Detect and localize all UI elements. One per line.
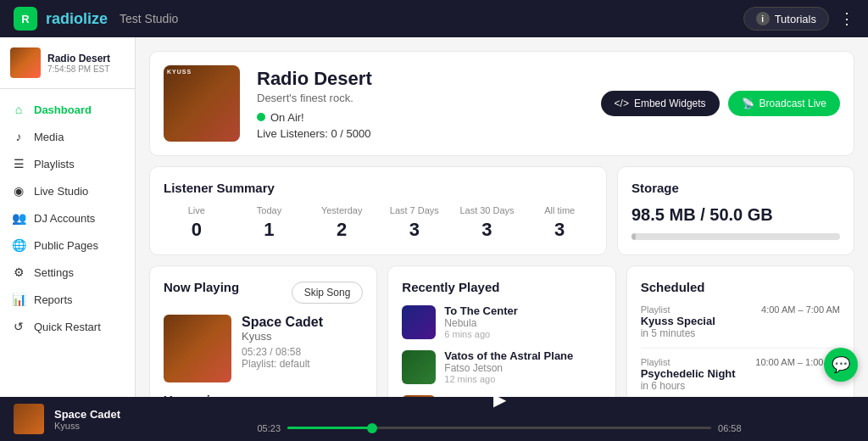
listener-grid: Live0Today1Yesterday2Last 7 Days3Last 30… (164, 205, 593, 241)
progress-bar[interactable] (287, 427, 711, 429)
sched-name-1: Psychedelic Night (641, 367, 840, 380)
station-actions: </> Embed Widgets 📡 Broadcast Live (601, 91, 840, 116)
sidebar-label-settings: Settings (34, 266, 74, 279)
studio-name: Test Studio (120, 12, 178, 25)
sidebar-item-settings[interactable]: ⚙Settings (0, 259, 135, 286)
progress-area: 05:23 06:58 (144, 423, 854, 433)
playlists-icon: ☰ (12, 157, 25, 170)
now-playing-content: Space Cadet Kyuss 05:23 / 08:58 Playlist… (164, 315, 363, 382)
sidebar-label-media: Media (34, 131, 64, 143)
sidebar-item-dj-accounts[interactable]: 👥DJ Accounts (0, 204, 135, 232)
station-details: Radio Desert Desert's finest rock. On Ai… (257, 68, 584, 140)
rp-info-1: Vatos of the Astral Plane Fatso Jetson 1… (444, 349, 573, 384)
now-playing-card: Now Playing Skip Song Space Cadet Kyuss … (149, 265, 377, 397)
sidebar-station-info[interactable]: Radio Desert 7:54:58 PM EST (0, 37, 135, 89)
listener-summary-title: Listener Summary (164, 181, 593, 195)
cover-overlay: KYUSS (164, 65, 240, 142)
recently-played-item: Vatos of the Astral Plane Fatso Jetson 1… (402, 349, 601, 384)
scheduled-item-0: Playlist 4:00 AM – 7:00 AM Kyuss Special… (641, 304, 840, 349)
play-pause-button[interactable]: ▶ (493, 389, 506, 410)
sidebar-item-playlists[interactable]: ☰Playlists (0, 150, 135, 177)
rp-time-0: 6 mins ago (444, 329, 517, 339)
rp-thumbnail-0 (402, 305, 436, 339)
storage-bar (632, 233, 840, 240)
broadcast-icon: 📡 (742, 98, 754, 109)
station-desc: Desert's finest rock. (257, 92, 584, 104)
embed-widgets-button[interactable]: </> Embed Widgets (601, 91, 720, 116)
np-playlist: Playlist: default (242, 358, 363, 370)
sidebar-label-public-pages: Public Pages (34, 239, 98, 252)
quick-restart-icon: ↺ (12, 320, 25, 333)
code-icon: </> (615, 98, 629, 109)
sidebar-label-dj-accounts: DJ Accounts (34, 212, 95, 225)
bottom-cards-row: Now Playing Skip Song Space Cadet Kyuss … (149, 265, 854, 397)
rp-thumbnail-1 (402, 350, 436, 384)
sidebar-item-media[interactable]: ♪Media (0, 123, 135, 150)
skip-song-button[interactable]: Skip Song (292, 282, 364, 304)
rp-song-0: To The Center (444, 304, 517, 317)
sidebar-label-reports: Reports (34, 293, 73, 306)
sched-label-0: Playlist (641, 304, 670, 315)
storage-fill (632, 233, 636, 240)
sidebar-item-dashboard[interactable]: ⌂Dashboard (0, 96, 135, 123)
player-info: Space Cadet Kyuss (54, 408, 120, 431)
app-name: radiolize (46, 10, 108, 28)
settings-icon: ⚙ (12, 265, 25, 279)
recently-played-title: Recently Played (402, 280, 601, 294)
more-menu-button[interactable]: ⋮ (839, 9, 854, 28)
chat-fab-button[interactable]: 💬 (824, 348, 858, 382)
sched-time-0: 4:00 AM – 7:00 AM (761, 304, 840, 315)
sidebar-label-quick-restart: Quick Restart (34, 321, 101, 333)
media-icon: ♪ (12, 130, 25, 143)
info-icon: i (756, 12, 770, 25)
sidebar-station-time: 7:54:58 PM EST (47, 64, 110, 74)
np-cover-image (164, 315, 231, 382)
tutorials-button[interactable]: i Tutorials (743, 7, 829, 31)
summary-storage-row: Listener Summary Live0Today1Yesterday2La… (149, 166, 854, 255)
broadcast-live-button[interactable]: 📡 Broadcast Live (728, 91, 840, 116)
top-nav: R radiolize Test Studio i Tutorials ⋮ (0, 0, 868, 37)
sidebar: Radio Desert 7:54:58 PM EST ⌂Dashboard♪M… (0, 37, 136, 397)
station-header-card: KYUSS Radio Desert Desert's finest rock.… (149, 51, 854, 156)
progress-thumb (367, 423, 377, 433)
player-thumbnail (14, 404, 44, 434)
nav-right: i Tutorials ⋮ (743, 7, 854, 31)
logo-icon: R (14, 7, 37, 31)
storage-size: 98.5 MB / 50.0 GB (632, 205, 840, 225)
now-playing-title: Now Playing (164, 280, 239, 294)
scheduled-list: Playlist 4:00 AM – 7:00 AM Kyuss Special… (641, 304, 840, 397)
player-artist: Kyuss (54, 421, 120, 431)
rp-song-1: Vatos of the Astral Plane (444, 349, 573, 362)
sidebar-item-reports[interactable]: 📊Reports (0, 286, 135, 313)
station-text: Radio Desert 7:54:58 PM EST (47, 53, 110, 74)
sidebar-label-live-studio: Live Studio (34, 185, 88, 198)
storage-card: Storage 98.5 MB / 50.0 GB (617, 166, 854, 255)
station-cover-image: KYUSS (164, 65, 240, 142)
np-artist: Kyuss (242, 330, 363, 343)
recently-played-card: Recently Played To The Center Nebula 6 m… (387, 265, 615, 397)
total-time: 06:58 (718, 423, 742, 433)
main-content: KYUSS Radio Desert Desert's finest rock.… (136, 37, 868, 397)
sched-label-1: Playlist (641, 357, 670, 367)
sched-when-0: in 5 minutes (641, 327, 840, 339)
listener-col-all-time: All time3 (526, 205, 593, 241)
np-time: 05:23 / 08:58 (242, 346, 363, 358)
station-thumbnail (10, 47, 41, 78)
listener-col-yesterday: Yesterday2 (309, 205, 375, 241)
current-time: 05:23 (257, 423, 281, 433)
on-air-indicator: On Air! (257, 111, 584, 124)
listener-summary-card: Listener Summary Live0Today1Yesterday2La… (149, 166, 607, 255)
sidebar-item-quick-restart[interactable]: ↺Quick Restart (0, 313, 135, 340)
bottom-player: Space Cadet Kyuss ▶ 05:23 06:58 (0, 397, 868, 441)
listener-col-live: Live0 (164, 205, 230, 241)
sidebar-label-dashboard: Dashboard (34, 103, 92, 116)
progress-fill (287, 427, 372, 429)
sidebar-item-public-pages[interactable]: 🌐Public Pages (0, 232, 135, 259)
player-song-title: Space Cadet (54, 408, 120, 421)
rp-time-1: 12 mins ago (444, 374, 573, 384)
listener-col-last-7-days: Last 7 Days3 (381, 205, 448, 241)
sidebar-station-name: Radio Desert (47, 53, 110, 64)
sidebar-item-live-studio[interactable]: ◉Live Studio (0, 177, 135, 204)
recently-played-list: To The Center Nebula 6 mins ago Vatos of… (402, 304, 601, 397)
live-studio-icon: ◉ (12, 184, 25, 198)
